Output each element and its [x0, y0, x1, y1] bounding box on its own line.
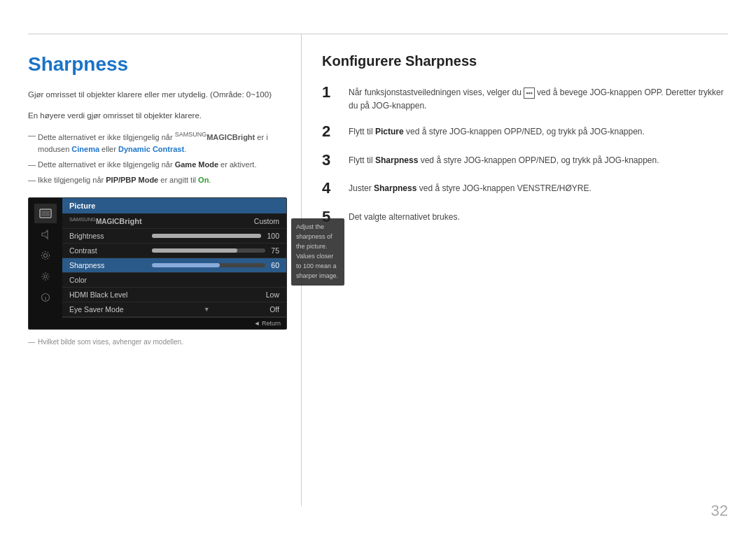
step-4: 4 Juster Sharpness ved å styre JOG-knapp… [322, 179, 728, 197]
step-text-3: Flytt til Sharpness ved å styre JOG-knap… [349, 151, 659, 167]
osd-brightness-fill [152, 234, 261, 238]
osd-return: ◄ Return [62, 317, 286, 329]
svg-rect-1 [41, 211, 50, 216]
step-number-2: 2 [322, 122, 339, 141]
osd-row-eyesaver: Eye Saver Mode ▼ Off [62, 302, 286, 317]
osd-magic-bright-label: SAMSUNGMAGICBright [69, 216, 146, 225]
step-text-4: Juster Sharpness ved å styre JOG-knappen… [349, 179, 592, 195]
osd-row-sharpness: Sharpness 60 [62, 258, 286, 273]
osd-icon-picture [34, 204, 57, 223]
osd-return-label: ◄ Return [254, 320, 281, 327]
top-divider [28, 34, 728, 34]
osd-sharpness-fill [152, 263, 220, 267]
description-line1: Gjør omrisset til objekter klarere eller… [28, 88, 301, 102]
step-number-5: 5 [322, 208, 339, 226]
osd-sidebar: i [29, 198, 62, 329]
osd-scroll-indicator: ▼ [204, 306, 210, 313]
right-column: Konfigurere Sharpness 1 Når funksjonstas… [322, 42, 728, 236]
note-item-2: Dette alternativet er ikke tilgjengelig … [28, 159, 301, 171]
osd-magic-bright-row: SAMSUNGMAGICBright Custom [62, 213, 286, 229]
page-number: 32 [711, 502, 728, 520]
osd-contrast-slider [152, 248, 265, 253]
osd-sharpness-label: Sharpness [69, 261, 146, 269]
osd-row-contrast: Contrast 75 [62, 244, 286, 258]
osd-icon-sound [34, 225, 57, 244]
osd-icon-info: i [34, 288, 57, 307]
osd-display: i Picture SAMSUNGMAGICBright Custom Brig… [28, 197, 287, 330]
step4-bold: Sharpness [374, 183, 416, 193]
step-text-5: Det valgte alternativet brukes. [349, 208, 460, 224]
osd-hdmi-value: Low [266, 290, 279, 299]
footnote: Hvilket bilde som vises, avhenger av mod… [28, 338, 301, 346]
osd-brightness-value: 100 [267, 232, 279, 240]
note-item-1: Dette alternativet er ikke tilgjengelig … [28, 129, 301, 156]
step2-bold: Picture [375, 127, 404, 136]
step-1: 1 Når funksjonstastveiledningen vises, v… [322, 83, 728, 113]
notes-list: Dette alternativet er ikke tilgjengelig … [28, 129, 301, 186]
osd-hdmi-label: HDMI Black Level [69, 290, 146, 299]
description-line2: En høyere verdi gjør omrisset til objekt… [28, 109, 301, 123]
osd-header: Picture [62, 198, 286, 213]
osd-eyesaver-value: Off [270, 305, 279, 314]
osd-row-hdmi: HDMI Black Level Low [62, 288, 286, 302]
osd-row-color: Color [62, 273, 286, 288]
icon-box-1: ▪▪▪ [524, 87, 535, 99]
step-number-1: 1 [322, 83, 339, 101]
svg-point-5 [44, 275, 47, 278]
osd-row-brightness: Brightness 100 [62, 229, 286, 244]
osd-icon-settings [34, 246, 57, 265]
page-title: Sharpness [28, 53, 301, 76]
svg-marker-2 [42, 230, 48, 239]
osd-color-label: Color [69, 276, 146, 284]
configure-title: Konfigurere Sharpness [322, 53, 728, 69]
osd-brightness-slider [152, 234, 261, 238]
left-column: Sharpness Gjør omrisset til objekter kla… [28, 42, 301, 346]
step-text-2: Flytt til Picture ved å styre JOG-knappe… [349, 122, 645, 139]
osd-contrast-value: 75 [271, 246, 279, 255]
osd-eyesaver-label: Eye Saver Mode [69, 305, 146, 314]
note-item-3: Ikke tilgjengelig når PIP/PBP Mode er an… [28, 174, 301, 187]
step-number-4: 4 [322, 179, 339, 197]
osd-contrast-label: Contrast [69, 246, 146, 255]
step-number-3: 3 [322, 151, 339, 169]
step-text-1: Når funksjonstastveiledningen vises, vel… [349, 83, 728, 113]
svg-point-3 [44, 254, 48, 258]
svg-point-4 [42, 252, 50, 260]
osd-main-panel: Picture SAMSUNGMAGICBright Custom Bright… [62, 198, 286, 329]
osd-magic-bright-value: Custom [254, 217, 279, 225]
step-3: 3 Flytt til Sharpness ved å styre JOG-kn… [322, 151, 728, 169]
osd-sharpness-value: 60 [271, 261, 279, 269]
step-5: 5 Det valgte alternativet brukes. [322, 208, 728, 226]
osd-contrast-fill [152, 248, 237, 253]
osd-brightness-label: Brightness [69, 232, 146, 240]
osd-sharpness-slider [152, 263, 265, 267]
svg-text:i: i [45, 295, 46, 302]
steps-list: 1 Når funksjonstastveiledningen vises, v… [322, 83, 728, 226]
step3-bold: Sharpness [375, 155, 418, 165]
osd-icon-gear [34, 267, 57, 286]
step-2: 2 Flytt til Picture ved å styre JOG-knap… [322, 122, 728, 141]
osd-screenshot: i Picture SAMSUNGMAGICBright Custom Brig… [28, 197, 287, 330]
